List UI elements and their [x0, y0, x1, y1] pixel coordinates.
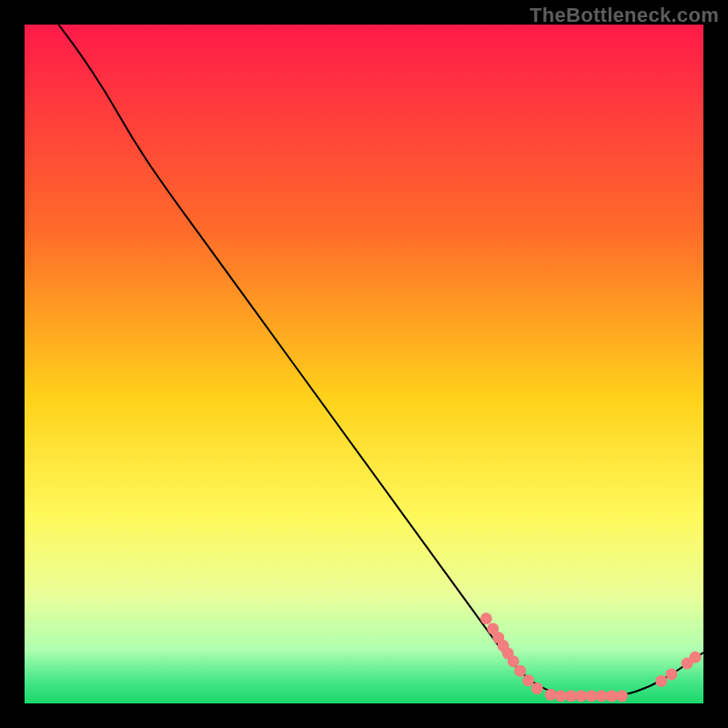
scatter-point	[508, 655, 520, 667]
scatter-point	[565, 690, 577, 702]
scatter-point	[522, 674, 534, 686]
scatter-point	[655, 675, 667, 687]
scatter-point	[480, 612, 492, 624]
scatter-point	[514, 665, 526, 677]
plot-area	[25, 25, 703, 703]
scatter-point	[585, 690, 597, 702]
scatter-point	[545, 689, 557, 701]
scatter-point	[575, 690, 587, 702]
scatter-point	[690, 652, 702, 663]
scatter-point	[596, 690, 608, 702]
scatter-point	[555, 690, 567, 702]
scatter-point	[616, 690, 628, 702]
chart-svg	[25, 25, 703, 703]
scatter-point	[606, 690, 618, 702]
scatter-point	[665, 668, 677, 680]
chart-frame: TheBottleneck.com	[0, 0, 728, 728]
scatter-point	[531, 682, 543, 694]
